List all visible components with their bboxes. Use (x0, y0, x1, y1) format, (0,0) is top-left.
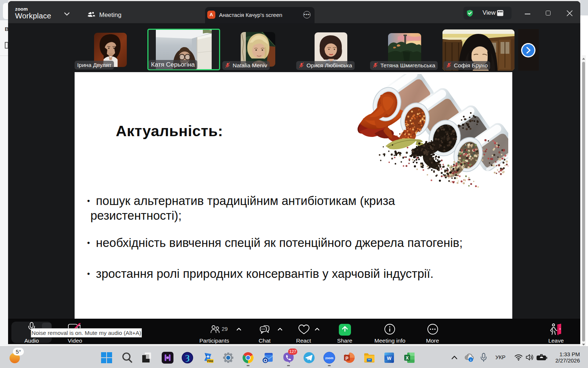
svg-text:zoom: zoom (325, 356, 334, 360)
svg-text:5°: 5° (16, 348, 21, 355)
svg-text:P: P (345, 356, 348, 361)
svg-text:W: W (387, 355, 392, 361)
svg-text:Ȝ: Ȝ (185, 354, 189, 362)
svg-text:X: X (406, 355, 409, 361)
svg-text:O: O (263, 358, 267, 363)
svg-text:PRE: PRE (207, 360, 214, 363)
